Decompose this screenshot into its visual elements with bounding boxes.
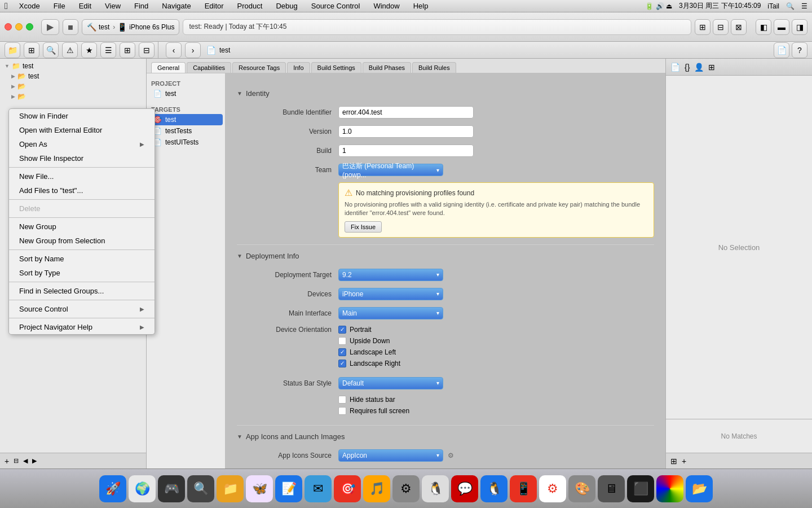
sidebar-scroll-prev[interactable]: ◀ xyxy=(23,457,28,465)
inspector-grid-btn[interactable]: ⊞ xyxy=(670,457,677,466)
ctx-find-groups[interactable]: Find in Selected Groups... xyxy=(9,284,155,298)
back-btn[interactable]: ‹ xyxy=(166,42,182,58)
close-button[interactable] xyxy=(5,23,12,30)
inspector-tab-quick-help[interactable]: {} xyxy=(685,63,690,72)
ctx-show-inspector[interactable]: Show File Inspector xyxy=(9,151,155,165)
inspector-add-btn[interactable]: + xyxy=(682,457,686,466)
debug-toggle[interactable]: ▬ xyxy=(774,19,789,35)
navigator-toggle[interactable]: ◧ xyxy=(756,19,771,35)
menu-navigate[interactable]: Navigate xyxy=(160,2,193,10)
ctx-open-as[interactable]: Open As ▶ xyxy=(9,137,155,151)
ctx-project-nav-help[interactable]: Project Navigator Help ▶ xyxy=(9,320,155,334)
deployment-disclosure[interactable]: ▼ xyxy=(237,253,242,259)
upside-down-checkbox[interactable] xyxy=(338,337,346,345)
ctx-new-group[interactable]: New Group xyxy=(9,220,155,234)
editor-standard-btn[interactable]: ⊞ xyxy=(695,19,710,35)
search-icon[interactable]: 🔍 xyxy=(786,2,795,10)
dock-icon-chat[interactable]: 💬 xyxy=(451,475,478,502)
editor-version-btn[interactable]: ⊠ xyxy=(731,19,747,35)
run-button[interactable]: ▶ xyxy=(41,19,59,35)
ctx-sort-name[interactable]: Sort by Name xyxy=(9,252,155,266)
dock-icon-color-sync[interactable] xyxy=(656,475,683,502)
sidebar-item-test-project[interactable]: ▼ 📁 test xyxy=(0,61,146,71)
inspector-file-btn[interactable]: 📄 xyxy=(774,42,789,58)
maximize-button[interactable] xyxy=(26,23,33,30)
menu-editor[interactable]: Editor xyxy=(202,2,226,10)
dock-icon-xcode[interactable]: 🖥 xyxy=(598,475,625,502)
portrait-checkbox[interactable] xyxy=(338,326,346,334)
inspector-tab-attributes[interactable]: ⊞ xyxy=(708,63,715,72)
list-btn[interactable]: ☰ xyxy=(100,42,116,58)
tab-resource-tags[interactable]: Resource Tags xyxy=(232,62,286,73)
app-icons-dropdown[interactable]: AppIcon ▾ xyxy=(338,449,443,462)
menu-xcode[interactable]: Xcode xyxy=(17,2,42,10)
dock-icon-chrome[interactable]: 🌍 xyxy=(129,475,156,502)
menu-help[interactable]: Help xyxy=(411,2,431,10)
inspector-tab-file[interactable]: 📄 xyxy=(670,63,680,72)
app-icons-disclosure[interactable]: ▼ xyxy=(237,433,242,440)
add-file-btn[interactable]: + xyxy=(5,457,9,466)
status-bar-dropdown[interactable]: Default ▾ xyxy=(338,377,443,389)
ctx-new-group-selection[interactable]: New Group from Selection xyxy=(9,234,155,248)
hide-status-bar-checkbox[interactable] xyxy=(338,396,346,404)
dock-icon-color[interactable]: 🎨 xyxy=(568,475,595,502)
menu-product[interactable]: Product xyxy=(235,2,265,10)
menu-find[interactable]: Find xyxy=(132,2,151,10)
bundle-id-input[interactable] xyxy=(338,106,474,119)
navigator-icon[interactable]: 📁 xyxy=(5,42,20,58)
ctx-add-files[interactable]: Add Files to "test"... xyxy=(9,183,155,198)
dock-icon-finder2[interactable]: 📂 xyxy=(686,475,713,502)
proj-nav-item-tests-target[interactable]: 📄 testTests xyxy=(147,125,225,137)
dock-icon-terminal[interactable]: ⬛ xyxy=(627,475,654,502)
sidebar-item-other-1[interactable]: ▶ 📂 xyxy=(0,81,146,91)
tab-build-settings[interactable]: Build Settings xyxy=(311,62,361,73)
scheme-selector[interactable]: 🔨 test › 📱 iPhone 6s Plus xyxy=(82,19,179,35)
minimize-button[interactable] xyxy=(15,23,23,30)
landscape-right-checkbox[interactable] xyxy=(338,360,346,367)
dock-icon-unity[interactable]: 🔍 xyxy=(187,475,214,502)
filter-btn[interactable]: ⊞ xyxy=(24,42,39,58)
dock-icon-finder[interactable]: 🚀 xyxy=(99,475,126,502)
dock-icon-penguin[interactable]: 🐧 xyxy=(422,475,449,502)
menu-source-control[interactable]: Source Control xyxy=(309,2,363,10)
menu-view[interactable]: View xyxy=(103,2,123,10)
tab-general[interactable]: General xyxy=(151,62,186,73)
proj-nav-item-project[interactable]: 📄 test xyxy=(147,88,225,99)
devices-dropdown[interactable]: iPhone ▾ xyxy=(338,288,443,300)
ctx-open-external[interactable]: Open with External Editor xyxy=(9,123,155,137)
warning-btn[interactable]: ⚠ xyxy=(62,42,78,58)
hierarchy-btn[interactable]: ⊞ xyxy=(120,42,135,58)
identity-disclosure[interactable]: ▼ xyxy=(237,90,242,97)
apple-menu[interactable]:  xyxy=(5,1,8,11)
sidebar-item-test-folder[interactable]: ▶ 📂 test xyxy=(0,71,146,81)
main-interface-dropdown[interactable]: Main ▾ xyxy=(338,307,443,319)
deployment-target-dropdown[interactable]: 9.2 ▾ xyxy=(338,269,443,281)
tab-info[interactable]: Info xyxy=(287,62,310,73)
app-icons-gear-icon[interactable]: ⚙ xyxy=(448,452,454,459)
sidebar-filter-btn[interactable]: ⊟ xyxy=(14,457,19,465)
stop-button[interactable]: ◼ xyxy=(63,19,78,35)
ctx-sort-type[interactable]: Sort by Type xyxy=(9,266,155,280)
dock-icon-game[interactable]: 🎮 xyxy=(158,475,185,502)
dock-icon-music[interactable]: 🎵 xyxy=(363,475,390,502)
dock-icon-gear[interactable]: ⚙ xyxy=(539,475,566,502)
sidebar-item-other-2[interactable]: ▶ 📂 xyxy=(0,91,146,102)
ctx-show-finder[interactable]: Show in Finder xyxy=(9,109,155,123)
dock-icon-phone[interactable]: 📱 xyxy=(510,475,537,502)
version-input[interactable] xyxy=(338,125,474,138)
requires-full-screen-checkbox[interactable] xyxy=(338,407,346,415)
menu-window[interactable]: Window xyxy=(371,2,401,10)
editor-assistant-btn[interactable]: ⊟ xyxy=(713,19,729,35)
tab-build-rules[interactable]: Build Rules xyxy=(412,62,456,73)
grid-btn[interactable]: ⊟ xyxy=(139,42,155,58)
dock-icon-target[interactable]: 🎯 xyxy=(334,475,361,502)
build-input[interactable] xyxy=(338,144,474,157)
dock-icon-word[interactable]: 📝 xyxy=(275,475,302,502)
tab-build-phases[interactable]: Build Phases xyxy=(363,62,411,73)
forward-btn[interactable]: › xyxy=(185,42,201,58)
bookmark-btn[interactable]: ★ xyxy=(81,42,97,58)
menu-edit[interactable]: Edit xyxy=(77,2,94,10)
sidebar-scroll-next[interactable]: ▶ xyxy=(32,457,37,465)
fix-issue-button[interactable]: Fix Issue xyxy=(345,221,382,233)
dock-icon-butterfly[interactable]: 🦋 xyxy=(246,475,273,502)
